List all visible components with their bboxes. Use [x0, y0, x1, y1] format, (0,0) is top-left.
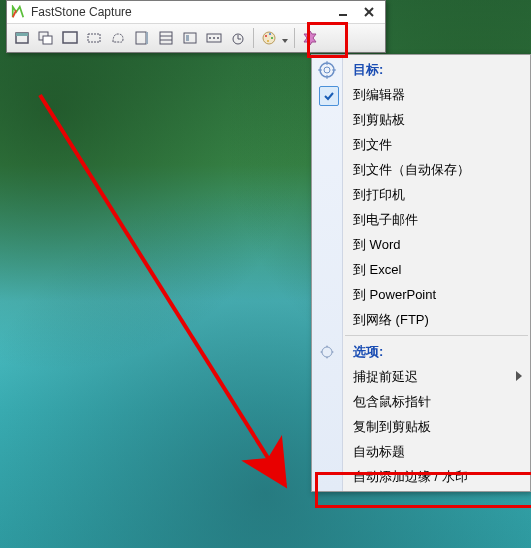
menu-item-label: 到打印机 [353, 186, 405, 204]
svg-point-23 [263, 32, 275, 44]
svg-point-24 [265, 35, 267, 37]
menu-item-delay[interactable]: 捕捉前延迟 [343, 364, 530, 389]
menu-item-auto-title[interactable]: 自动标题 [343, 439, 530, 464]
menu-item-label: 到编辑器 [353, 86, 405, 104]
menu-item-printer[interactable]: 到打印机 [343, 182, 530, 207]
menu-item-label: 捕捉前延迟 [353, 368, 418, 386]
menu-item-label: 到 Word [353, 236, 400, 254]
capture-scrolling-icon[interactable] [131, 27, 153, 49]
app-logo-icon [11, 5, 25, 19]
menu-section-target: 目标: [343, 57, 530, 82]
svg-rect-6 [43, 36, 52, 44]
svg-rect-14 [184, 33, 196, 43]
capture-freehand-icon[interactable] [107, 27, 129, 49]
svg-point-25 [269, 33, 271, 35]
menu-item-include-cursor[interactable]: 包含鼠标指针 [343, 389, 530, 414]
menu-item-label: 到网络 (FTP) [353, 311, 429, 329]
menu-separator [345, 335, 528, 336]
dropdown-arrow-icon[interactable] [282, 31, 290, 46]
section-title: 选项: [353, 343, 383, 361]
screen-recorder-icon[interactable] [203, 27, 225, 49]
capture-rect-icon[interactable] [83, 27, 105, 49]
svg-rect-8 [88, 34, 100, 42]
menu-item-email[interactable]: 到电子邮件 [343, 207, 530, 232]
menu-item-clipboard[interactable]: 到剪贴板 [343, 107, 530, 132]
capture-fixed-icon[interactable] [155, 27, 177, 49]
menu-item-label: 包含鼠标指针 [353, 393, 431, 411]
menu-item-label: 复制到剪贴板 [353, 418, 431, 436]
toolbar [7, 24, 385, 52]
capture-window-object-icon[interactable] [35, 27, 57, 49]
menu-item-excel[interactable]: 到 Excel [343, 257, 530, 282]
menu-item-label: 自动添加边缘 / 水印 [353, 468, 468, 486]
menu-item-auto-edge[interactable]: 自动添加边缘 / 水印 [343, 464, 530, 489]
svg-point-18 [213, 37, 215, 39]
section-title: 目标: [353, 61, 383, 79]
svg-rect-11 [160, 32, 172, 44]
menu-item-label: 到 PowerPoint [353, 286, 436, 304]
menu-item-label: 到 Excel [353, 261, 401, 279]
menu-gutter [312, 55, 343, 491]
menu-section-options: 选项: [343, 339, 530, 364]
minimize-button[interactable] [331, 4, 355, 20]
svg-point-17 [209, 37, 211, 39]
menu-item-copy-clipboard[interactable]: 复制到剪贴板 [343, 414, 530, 439]
svg-rect-15 [186, 35, 189, 41]
delay-icon[interactable] [227, 27, 249, 49]
menu-item-label: 到电子邮件 [353, 211, 418, 229]
svg-point-19 [217, 37, 219, 39]
menu-item-label: 自动标题 [353, 443, 405, 461]
menu-item-label: 到剪贴板 [353, 111, 405, 129]
svg-point-26 [271, 37, 273, 39]
dropdown-menu: 目标: 到编辑器 到剪贴板 到文件 到文件（自动保存） 到打印机 到电子邮件 到… [311, 54, 531, 492]
menu-item-label: 到文件 [353, 136, 392, 154]
menu-item-editor[interactable]: 到编辑器 [343, 82, 530, 107]
menu-item-powerpoint[interactable]: 到 PowerPoint [343, 282, 530, 307]
submenu-arrow-icon [516, 369, 522, 384]
capture-fullscreen-icon[interactable] [59, 27, 81, 49]
svg-rect-7 [63, 32, 77, 43]
svg-rect-10 [146, 32, 148, 44]
titlebar[interactable]: FastStone Capture [7, 1, 385, 24]
menu-item-label: 到文件（自动保存） [353, 161, 470, 179]
svg-rect-9 [136, 32, 146, 44]
menu-item-file-autosave[interactable]: 到文件（自动保存） [343, 157, 530, 182]
app-window: FastStone Capture [6, 0, 386, 53]
svg-point-27 [267, 40, 269, 42]
draw-tool-icon[interactable] [258, 27, 280, 49]
separator [253, 28, 254, 48]
menu-item-word[interactable]: 到 Word [343, 232, 530, 257]
app-title: FastStone Capture [31, 5, 329, 19]
check-icon [319, 86, 339, 106]
separator [294, 28, 295, 48]
menu-item-file[interactable]: 到文件 [343, 132, 530, 157]
close-button[interactable] [357, 4, 381, 20]
capture-last-icon[interactable] [179, 27, 201, 49]
menu-item-ftp[interactable]: 到网络 (FTP) [343, 307, 530, 332]
svg-rect-4 [16, 33, 28, 36]
capture-active-window-icon[interactable] [11, 27, 33, 49]
settings-icon[interactable] [299, 27, 321, 49]
